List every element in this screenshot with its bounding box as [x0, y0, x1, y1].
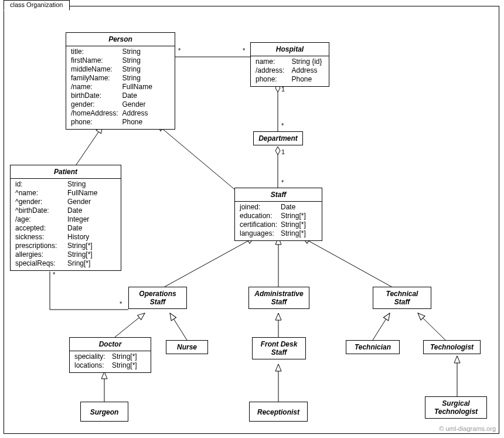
mult-dept-staff-top: 1 [281, 148, 285, 155]
class-technologist: Technologist [423, 340, 481, 354]
class-technician: Technician [346, 340, 400, 354]
mult-patient-ops-left: * [53, 271, 55, 278]
class-front-desk-staff: Front Desk Staff [252, 337, 306, 359]
class-operations-staff: Operations Staff [128, 287, 187, 309]
class-attrs: speciality: locations: String[*] String[… [70, 351, 151, 372]
class-patient: Patient id: ^name: ^gender: ^birthDate: … [10, 165, 121, 271]
class-title: Hospital [251, 43, 329, 56]
watermark: © uml-diagrams.org [439, 425, 496, 432]
class-nurse: Nurse [166, 340, 208, 354]
class-attrs: joined: education: certification: langua… [235, 202, 322, 240]
class-title: Person [66, 33, 175, 46]
class-title: Patient [11, 165, 121, 179]
class-title: Staff [235, 188, 322, 202]
class-title: Surgeon [81, 402, 128, 422]
class-title: Surgical Technologist [425, 397, 486, 418]
uml-diagram-canvas: class Organization [0, 0, 504, 438]
class-title: Technologist [424, 341, 480, 354]
class-surgeon: Surgeon [80, 402, 128, 422]
class-title: Nurse [166, 341, 207, 354]
class-title: Technical Staff [373, 287, 431, 308]
mult-patient-ops-right: * [120, 300, 122, 307]
class-person: Person title: firstName: middleName: fam… [66, 32, 175, 130]
mult-hospital-dept-bottom: * [281, 122, 284, 129]
class-title: Receptionist [250, 402, 307, 422]
class-surgical-technologist: Surgical Technologist [425, 396, 487, 419]
class-administrative-staff: Administrative Staff [248, 287, 309, 309]
class-title: Doctor [70, 338, 151, 351]
mult-dept-staff-bottom: * [281, 179, 284, 186]
mult-person-hospital-right: * [243, 47, 245, 54]
class-title: Administrative Staff [249, 287, 309, 308]
class-receptionist: Receptionist [249, 402, 308, 422]
frame-title: class Organization [4, 0, 70, 11]
class-attrs: id: ^name: ^gender: ^birthDate: /age: ac… [11, 179, 121, 270]
class-attrs: name: /address: phone: String {id} Addre… [251, 56, 329, 86]
class-attrs: title: firstName: middleName: familyName… [66, 46, 175, 129]
class-technical-staff: Technical Staff [373, 287, 431, 309]
class-title: Technician [346, 341, 399, 354]
class-staff: Staff joined: education: certification: … [234, 188, 322, 241]
class-title: Operations Staff [129, 287, 186, 308]
class-doctor: Doctor speciality: locations: String[*] … [69, 337, 151, 373]
class-title: Department [254, 132, 302, 145]
class-title: Front Desk Staff [253, 338, 305, 359]
class-hospital: Hospital name: /address: phone: String {… [250, 42, 329, 87]
mult-person-hospital-left: * [178, 47, 181, 54]
class-department: Department [253, 131, 303, 145]
